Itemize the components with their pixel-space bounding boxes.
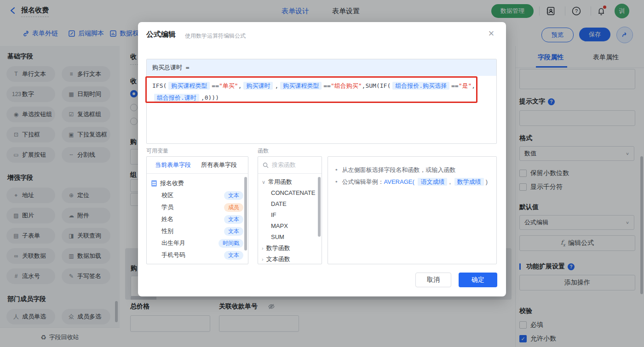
- caret-right-icon: ›: [262, 256, 264, 262]
- formula-token: ==: [323, 82, 331, 89]
- formula-token: "是": [459, 82, 472, 89]
- formula-token: ,: [238, 82, 242, 89]
- variable-row[interactable]: 姓名文本: [151, 213, 243, 225]
- formula-token: "单买": [219, 82, 238, 89]
- field-chip[interactable]: 组合报价.课时: [154, 94, 199, 102]
- confirm-button[interactable]: 确定: [459, 273, 497, 287]
- formula-tips-panel: • 从左侧面板选择字段名和函数，或输入函数 • 公式编辑举例：AVERAGE( …: [328, 156, 497, 264]
- caret-down-icon: ∨: [262, 179, 265, 185]
- variable-row[interactable]: 手机号码文本: [151, 249, 243, 261]
- variable-type-badge: 成员: [224, 203, 243, 212]
- variable-type-badge: 文本: [224, 251, 243, 260]
- variable-name: 校区: [161, 191, 173, 199]
- field-chip[interactable]: 购买课时: [243, 82, 273, 90]
- formula-editor[interactable]: 购买总课时 = IFS(购买课程类型=="单买",购买课时,购买课程类型=="组…: [146, 59, 497, 144]
- example-field-chip: 语文成绩: [418, 178, 447, 186]
- variable-name: 学员: [161, 203, 173, 211]
- function-item-CONCATENATE[interactable]: CONCATENATE: [262, 188, 318, 199]
- tip-example-line: • 公式编辑举例：AVERAGE( 语文成绩, 数学成绩): [335, 176, 489, 188]
- variable-type-badge: 文本: [224, 227, 243, 236]
- tab-all-form-fields[interactable]: 所有表单字段: [201, 161, 237, 169]
- function-group-label: 数学函数: [266, 244, 290, 252]
- variable-type-badge: 时间戳: [218, 239, 243, 248]
- variable-type-badge: 文本: [224, 191, 243, 200]
- variable-name: 性别: [161, 227, 173, 235]
- field-chip[interactable]: 购买课程类型: [168, 82, 210, 90]
- formula-token: ,0))): [201, 94, 219, 101]
- variable-name: 姓名: [161, 215, 173, 223]
- variables-panel: 当前表单字段 所有表单字段 报名收费 校区文本学员成员姓名文本性别文本出生年月时…: [146, 156, 248, 264]
- modal-title: 公式编辑: [146, 30, 176, 40]
- variable-name: 手机号码: [161, 251, 185, 259]
- variable-type-badge: 文本: [224, 215, 243, 224]
- function-item-MAPX[interactable]: MAPX: [262, 221, 318, 232]
- tab-current-form-fields[interactable]: 当前表单字段: [155, 161, 191, 169]
- function-group-文本函数[interactable]: ›文本函数: [262, 254, 318, 264]
- formula-token: ==: [212, 82, 219, 89]
- field-chip[interactable]: 组合报价.购买选择: [392, 82, 449, 90]
- formula-code[interactable]: IFS(购买课程类型=="单买",购买课时,购买课程类型=="组合购买",SUM…: [147, 76, 496, 108]
- caret-right-icon: ›: [262, 245, 264, 251]
- function-item-DATE[interactable]: DATE: [262, 199, 318, 210]
- variables-label: 可用变量: [146, 147, 168, 155]
- form-designer-app: 报名收费 表单设计 表单设置 数据管理 ? 训 表单外: [0, 0, 644, 347]
- variables-scrollbar[interactable]: [244, 177, 247, 250]
- form-node[interactable]: 报名收费: [151, 177, 243, 189]
- variable-name: 出生年月: [161, 239, 185, 247]
- functions-label: 函数: [258, 147, 269, 155]
- function-group-常用函数[interactable]: ∨常用函数: [262, 176, 318, 188]
- variable-row[interactable]: 性别文本: [151, 225, 243, 237]
- function-item-SUM[interactable]: SUM: [262, 232, 318, 243]
- formula-token: "组合购买": [331, 82, 362, 89]
- variable-row[interactable]: 校区文本: [151, 189, 243, 201]
- functions-scrollbar[interactable]: [318, 177, 321, 237]
- close-icon[interactable]: ×: [486, 28, 497, 40]
- function-item-IF[interactable]: IF: [262, 210, 318, 221]
- cancel-button[interactable]: 取消: [415, 273, 451, 287]
- tip-line: • 从左侧面板选择字段名和函数，或输入函数: [335, 164, 489, 176]
- function-group-label: 常用函数: [268, 178, 292, 186]
- search-icon: [263, 162, 269, 168]
- modal-subtitle: 使用数学运算符编辑公式: [185, 32, 246, 40]
- function-group-label: 文本函数: [266, 255, 290, 263]
- search-placeholder: 搜索函数: [272, 161, 296, 169]
- variable-row[interactable]: 学员成员: [151, 201, 243, 213]
- variable-row[interactable]: 出生年月时间戳: [151, 237, 243, 249]
- function-search-input[interactable]: 搜索函数: [258, 157, 322, 174]
- formula-result-label: 购买总课时 =: [147, 59, 496, 76]
- formula-token: ,: [472, 82, 475, 89]
- functions-panel: 搜索函数 ∨常用函数CONCATENATEDATEIFMAPXSUM›数学函数›…: [258, 156, 322, 264]
- formula-edit-modal: 公式编辑 使用数学运算符编辑公式 × 购买总课时 = IFS(购买课程类型=="…: [138, 22, 506, 296]
- formula-token: ,: [275, 82, 278, 89]
- function-group-数学函数[interactable]: ›数学函数: [262, 243, 318, 254]
- example-field-chip: 数学成绩: [454, 178, 484, 186]
- formula-token: IFS(: [152, 82, 167, 89]
- formula-token: ,SUM(IF(: [362, 82, 391, 89]
- formula-token: ==: [451, 82, 459, 89]
- form-icon: [151, 180, 157, 187]
- field-chip[interactable]: 购买课程类型: [280, 82, 322, 90]
